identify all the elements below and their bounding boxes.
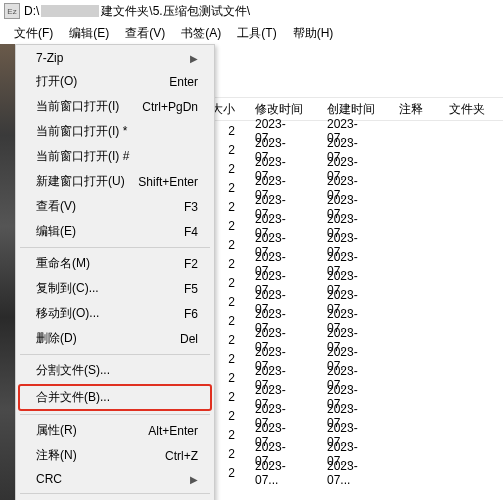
menu-item-label: 当前窗口打开(I) * xyxy=(36,123,127,140)
menu-bookmarks[interactable]: 书签(A) xyxy=(173,23,229,44)
menu-separator xyxy=(20,354,210,355)
menu-item-label: 注释(N) xyxy=(36,447,77,464)
col-mtime[interactable]: 修改时间 xyxy=(245,101,317,118)
menu-separator xyxy=(20,493,210,494)
menu-item-重命名(M)[interactable]: 重命名(M)F2 xyxy=(18,251,212,276)
left-background-strip xyxy=(0,44,15,500)
menu-tools[interactable]: 工具(T) xyxy=(229,23,284,44)
menu-item-当前窗口打开(I) *[interactable]: 当前窗口打开(I) * xyxy=(18,119,212,144)
menu-shortcut: Alt+Enter xyxy=(148,424,198,438)
col-ctime[interactable]: 创建时间 xyxy=(317,101,389,118)
menu-item-label: 移动到(O)... xyxy=(36,305,99,322)
menu-item-CRC[interactable]: CRC▶ xyxy=(18,468,212,490)
menu-item-label: CRC xyxy=(36,472,62,486)
title-bar: Ez D:\建文件夹\5.压缩包测试文件\ xyxy=(0,0,503,22)
menu-item-label: 分割文件(S)... xyxy=(36,362,110,379)
menu-item-当前窗口打开(I)[interactable]: 当前窗口打开(I)Ctrl+PgDn xyxy=(18,94,212,119)
chevron-right-icon: ▶ xyxy=(190,53,198,64)
app-icon: Ez xyxy=(4,3,20,19)
menu-item-label: 当前窗口打开(I) # xyxy=(36,148,129,165)
menu-edit[interactable]: 编辑(E) xyxy=(61,23,117,44)
menu-item-label: 编辑(E) xyxy=(36,223,76,240)
col-note[interactable]: 注释 xyxy=(389,101,439,118)
menu-item-label: 删除(D) xyxy=(36,330,77,347)
menu-item-label: 新建窗口打开(U) xyxy=(36,173,125,190)
menu-item-7-Zip[interactable]: 7-Zip▶ xyxy=(18,47,212,69)
menu-item-新建窗口打开(U)[interactable]: 新建窗口打开(U)Shift+Enter xyxy=(18,169,212,194)
file-menu-dropdown: 7-Zip▶打开(O)Enter当前窗口打开(I)Ctrl+PgDn当前窗口打开… xyxy=(15,44,215,500)
menu-view[interactable]: 查看(V) xyxy=(117,23,173,44)
menu-item-分割文件(S)...[interactable]: 分割文件(S)... xyxy=(18,358,212,383)
menu-item-打开(O)[interactable]: 打开(O)Enter xyxy=(18,69,212,94)
menu-shortcut: Enter xyxy=(169,75,198,89)
menu-item-label: 当前窗口打开(I) xyxy=(36,98,119,115)
window-title: D:\建文件夹\5.压缩包测试文件\ xyxy=(24,3,250,20)
table-row[interactable]: 22023-07...2023-07... xyxy=(195,463,503,482)
menu-item-删除(D)[interactable]: 删除(D)Del xyxy=(18,326,212,351)
menu-bar: 文件(F) 编辑(E) 查看(V) 书签(A) 工具(T) 帮助(H) xyxy=(0,22,503,44)
menu-separator xyxy=(20,247,210,248)
menu-shortcut: F4 xyxy=(184,225,198,239)
cell-ctime: 2023-07... xyxy=(317,459,389,487)
menu-shortcut: F3 xyxy=(184,200,198,214)
menu-item-合并文件(B)...[interactable]: 合并文件(B)... xyxy=(20,386,210,409)
menu-item-当前窗口打开(I) #[interactable]: 当前窗口打开(I) # xyxy=(18,144,212,169)
menu-file[interactable]: 文件(F) xyxy=(6,23,61,44)
menu-item-查看(V)[interactable]: 查看(V)F3 xyxy=(18,194,212,219)
highlighted-menu-item: 合并文件(B)... xyxy=(18,384,212,411)
menu-item-属性(R)[interactable]: 属性(R)Alt+Enter xyxy=(18,418,212,443)
cell-mtime: 2023-07... xyxy=(245,459,317,487)
menu-item-label: 查看(V) xyxy=(36,198,76,215)
menu-shortcut: F2 xyxy=(184,257,198,271)
menu-item-label: 属性(R) xyxy=(36,422,77,439)
chevron-right-icon: ▶ xyxy=(190,474,198,485)
menu-shortcut: Del xyxy=(180,332,198,346)
menu-shortcut: Ctrl+PgDn xyxy=(142,100,198,114)
menu-item-编辑(E)[interactable]: 编辑(E)F4 xyxy=(18,219,212,244)
menu-shortcut: F5 xyxy=(184,282,198,296)
menu-item-label: 打开(O) xyxy=(36,73,77,90)
menu-help[interactable]: 帮助(H) xyxy=(285,23,342,44)
menu-item-label: 合并文件(B)... xyxy=(36,389,110,406)
menu-item-label: 7-Zip xyxy=(36,51,63,65)
menu-item-label: 重命名(M) xyxy=(36,255,90,272)
col-folder[interactable]: 文件夹 xyxy=(439,101,499,118)
menu-shortcut: Shift+Enter xyxy=(138,175,198,189)
menu-separator xyxy=(20,414,210,415)
menu-item-注释(N)[interactable]: 注释(N)Ctrl+Z xyxy=(18,443,212,468)
menu-item-移动到(O)...[interactable]: 移动到(O)...F6 xyxy=(18,301,212,326)
menu-shortcut: Ctrl+Z xyxy=(165,449,198,463)
menu-item-复制到(C)...[interactable]: 复制到(C)...F5 xyxy=(18,276,212,301)
menu-shortcut: F6 xyxy=(184,307,198,321)
menu-item-label: 复制到(C)... xyxy=(36,280,99,297)
